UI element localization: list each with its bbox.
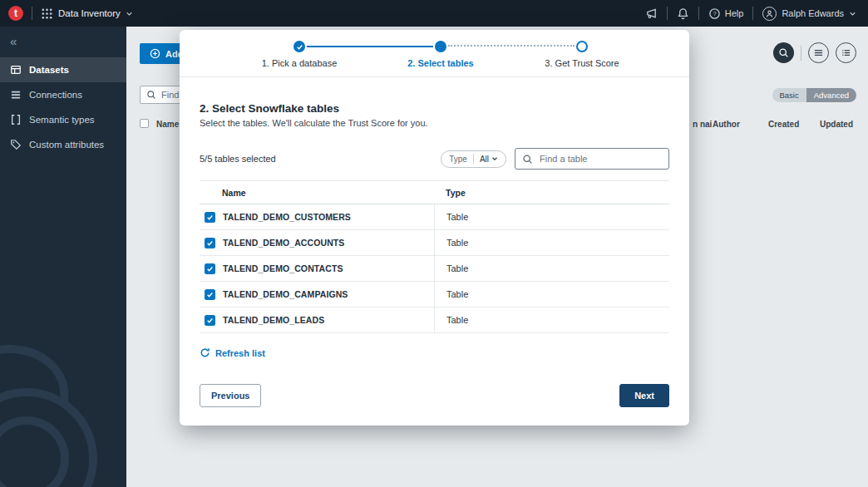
table-name: TALEND_DEMO_CUSTOMERS [223,212,351,222]
view-controls-divider [801,46,801,61]
stepper-connector-upcoming [448,45,575,47]
check-icon [296,43,303,51]
row-checkbox-checked[interactable] [205,212,215,223]
topbar-right: ? Help Ralph Edwards [645,7,868,21]
toolbar-right: Type All [441,148,669,170]
list-view-button[interactable] [808,42,829,63]
row-checkbox-checked[interactable] [205,289,215,300]
help-menu[interactable]: ? Help [708,7,744,20]
toggle-basic[interactable]: Basic [772,88,806,102]
table-name: TALEND_DEMO_LEADS [223,315,324,325]
table-name: TALEND_DEMO_CONTACTS [223,263,343,273]
app-switcher[interactable]: Data Inventory [41,7,133,20]
chip-divider [473,154,474,164]
column-header-name[interactable]: Name [156,120,179,129]
topbar-divider [698,7,699,20]
table-row[interactable]: TALEND_DEMO_CUSTOMERS Table [200,204,669,230]
table-row[interactable]: TALEND_DEMO_ACCOUNTS Table [200,230,669,256]
next-button[interactable]: Next [619,384,669,407]
check-icon [206,317,214,324]
basic-advanced-toggle[interactable]: Basic Advanced [772,88,857,102]
user-name: Ralph Edwards [782,8,844,18]
search-icon [522,154,533,165]
help-label: Help [725,8,744,18]
bell-icon[interactable] [677,7,689,20]
search-icon [778,47,789,58]
header-name[interactable]: Name [200,188,434,198]
sidebar-item-label: Connections [29,90,82,100]
sidebar-item-label: Datasets [29,65,69,75]
header-type[interactable]: Type [434,188,669,198]
table-type: Table [434,256,669,281]
app-name: Data Inventory [58,8,121,18]
step-2-label[interactable]: 2. Select tables [407,58,474,68]
check-icon [206,214,214,221]
table-name: TALEND_DEMO_CAMPAIGNS [223,289,348,299]
svg-text:?: ? [713,10,716,17]
stepper-connector-done [307,46,433,47]
step-3-label[interactable]: 3. Get Trust Score [545,58,619,68]
topbar-divider [32,7,32,20]
sidebar-nav: Datasets Connections Semantic types Cust… [0,57,126,157]
column-header-created[interactable]: Created [768,120,799,129]
sidebar-item-connections[interactable]: Connections [0,82,126,107]
type-filter-label: Type [449,155,467,164]
search-circle-button[interactable] [773,42,794,63]
sidebar-item-datasets[interactable]: Datasets [0,57,126,82]
tag-icon [10,139,22,150]
type-filter-value: All [480,155,489,164]
sidebar: « Datasets Connections Semantic types [0,27,126,487]
step-1-label[interactable]: 1. Pick a database [262,58,338,68]
check-icon [206,291,214,298]
row-checkbox-checked[interactable] [205,238,215,248]
toggle-advanced[interactable]: Advanced [806,88,856,102]
announcement-icon[interactable] [645,7,658,20]
user-menu[interactable]: Ralph Edwards [762,7,856,21]
sidebar-item-custom-attributes[interactable]: Custom attributes [0,132,126,157]
modal-footer: Previous Next [200,384,669,407]
refresh-list-label: Refresh list [215,348,265,358]
table-header-row: Name Type [200,180,669,204]
add-dataset-wizard-modal: 1. Pick a database 2. Select tables 3. G… [180,30,689,426]
tile-view-button[interactable] [836,42,856,63]
step-2-circle-current[interactable] [435,41,446,52]
tile-view-icon [841,47,851,58]
topbar-divider [752,7,753,20]
talend-logo[interactable]: t [8,6,23,21]
modal-subtitle: Select the tables. We'll calculate the T… [200,118,669,128]
app-grid-icon [41,7,53,20]
row-checkbox-checked[interactable] [205,315,215,326]
step-1-circle-done[interactable] [293,41,305,52]
view-controls [773,42,856,63]
table-row[interactable]: TALEND_DEMO_LEADS Table [200,307,669,333]
column-header-author[interactable]: Author [713,120,740,129]
tables-table: Name Type TALEND_DEMO_CUSTOMERS Table TA… [200,180,669,333]
select-all-checkbox[interactable] [140,119,149,128]
previous-button[interactable]: Previous [200,384,261,407]
step-3-circle-upcoming[interactable] [576,41,588,52]
check-icon [206,239,214,247]
wizard-stepper: 1. Pick a database 2. Select tables 3. G… [180,30,689,77]
sidebar-item-label: Semantic types [29,115,95,125]
decorative-swirl [0,317,126,487]
table-search-input[interactable] [538,153,662,165]
table-type: Table [434,230,669,255]
chevron-down-icon [126,10,133,17]
column-header-updated[interactable]: Updated [820,120,853,129]
sidebar-item-semantic-types[interactable]: Semantic types [0,107,126,132]
selection-summary: 5/5 tables selected [200,154,276,164]
connections-icon [10,89,22,101]
sidebar-item-label: Custom attributes [29,140,104,150]
app-root: t Data Inventory [0,0,868,487]
column-header-connection-name-truncated[interactable]: n nai [693,120,712,129]
table-search [515,148,669,170]
modal-body: 2. Select Snowflake tables Select the ta… [180,77,689,362]
table-row[interactable]: TALEND_DEMO_CONTACTS Table [200,256,669,282]
refresh-list-link[interactable]: Refresh list [200,347,265,358]
table-row[interactable]: TALEND_DEMO_CAMPAIGNS Table [200,282,669,307]
row-checkbox-checked[interactable] [205,263,215,274]
sidebar-collapse-button[interactable]: « [0,27,126,57]
type-filter-chip[interactable]: Type All [441,150,506,168]
topbar: t Data Inventory [0,0,868,27]
table-name: TALEND_DEMO_ACCOUNTS [223,238,344,248]
